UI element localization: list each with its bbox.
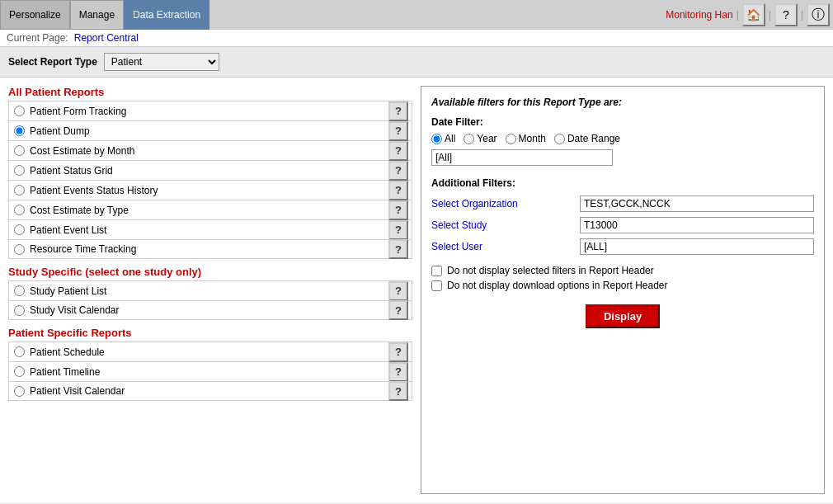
label-cost-estimate-month: Cost Estimate by Month	[30, 145, 388, 157]
report-item-cost-estimate-type: Cost Estimate by Type ?	[8, 200, 412, 219]
study-value[interactable]	[580, 217, 814, 233]
radio-patient-event-list[interactable]	[14, 224, 25, 235]
help-btn-patient-status-grid[interactable]: ?	[388, 161, 408, 181]
left-panel: All Patient Reports Patient Form Trackin…	[8, 86, 412, 494]
radio-cost-estimate-month[interactable]	[14, 145, 25, 156]
radio-patient-events-status-history[interactable]	[14, 185, 25, 195]
breadcrumb-page[interactable]: Report Central	[74, 32, 139, 44]
radio-cost-estimate-type[interactable]	[14, 205, 25, 215]
filter-row-user: Select User	[431, 238, 814, 255]
select-study-link[interactable]: Select Study	[431, 219, 580, 231]
radio-date-range[interactable]	[554, 134, 565, 144]
radio-resource-time-tracking[interactable]	[14, 244, 25, 255]
label-cost-estimate-type: Cost Estimate by Type	[30, 205, 388, 216]
radio-study-patient-list[interactable]	[14, 285, 25, 296]
main-content: All Patient Reports Patient Form Trackin…	[0, 78, 833, 502]
help-btn-patient-visit-calendar[interactable]: ?	[388, 381, 408, 401]
radio-patient-visit-calendar[interactable]	[14, 386, 25, 397]
report-item-patient-events-status-history: Patient Events Status History ?	[8, 180, 412, 200]
separator: |	[737, 9, 739, 21]
additional-filters-label: Additional Filters:	[431, 177, 814, 189]
checkbox-no-display-filters[interactable]	[431, 266, 442, 276]
radio-study-visit-calendar[interactable]	[14, 305, 25, 316]
radio-date-all[interactable]	[431, 134, 442, 144]
report-item-patient-status-grid: Patient Status Grid ?	[8, 160, 412, 180]
label-patient-event-list: Patient Event List	[30, 224, 388, 236]
separator2: |	[769, 9, 771, 21]
label-resource-time-tracking: Resource Time Tracking	[30, 243, 388, 255]
label-patient-timeline: Patient Timeline	[30, 366, 388, 378]
section-all-patient-reports: All Patient Reports Patient Form Trackin…	[8, 86, 412, 259]
top-right-area: Monitoring Han | 🏠 | ? | ⓘ	[666, 3, 833, 26]
radio-patient-schedule[interactable]	[14, 346, 25, 357]
help-btn-study-visit-calendar[interactable]: ?	[388, 300, 408, 320]
help-btn-patient-schedule[interactable]: ?	[388, 342, 408, 362]
radio-daterange-label: Date Range	[554, 133, 620, 144]
report-item-patient-dump: Patient Dump ?	[8, 120, 412, 140]
home-icon-btn[interactable]: 🏠	[742, 3, 765, 26]
label-study-patient-list: Study Patient List	[30, 285, 388, 297]
checkbox-no-display-download[interactable]	[431, 280, 442, 291]
radio-date-month[interactable]	[506, 134, 516, 144]
nav-manage[interactable]: Manage	[70, 0, 124, 30]
radio-all-text: All	[445, 133, 455, 144]
help-btn-patient-dump[interactable]: ?	[388, 121, 408, 141]
report-item-resource-time-tracking: Resource Time Tracking ?	[8, 239, 412, 259]
label-patient-status-grid: Patient Status Grid	[30, 165, 388, 177]
help-btn-resource-time-tracking[interactable]: ?	[388, 239, 408, 259]
report-item-cost-estimate-month: Cost Estimate by Month ?	[8, 140, 412, 160]
filter-row-org: Select Organization	[431, 195, 814, 212]
radio-patient-dump[interactable]	[14, 125, 25, 136]
label-patient-schedule: Patient Schedule	[30, 346, 388, 358]
radio-patient-timeline[interactable]	[14, 366, 25, 377]
select-user-link[interactable]: Select User	[431, 241, 580, 252]
breadcrumb: Current Page: Report Central	[0, 30, 833, 47]
section-title-all-patient: All Patient Reports	[8, 86, 412, 98]
radio-patient-form-tracking[interactable]	[14, 106, 25, 116]
help-btn-cost-estimate-type[interactable]: ?	[388, 200, 408, 220]
report-item-study-visit-calendar: Study Visit Calendar ?	[8, 300, 412, 320]
help-btn-patient-events-status-history[interactable]: ?	[388, 181, 408, 200]
radio-year-label: Year	[464, 133, 497, 144]
section-title-patient-specific: Patient Specific Reports	[8, 327, 412, 339]
breadcrumb-prefix: Current Page:	[7, 32, 68, 44]
radio-year-text: Year	[477, 133, 497, 144]
organization-value[interactable]	[580, 195, 814, 212]
nav-personalize[interactable]: Personalize	[0, 0, 70, 30]
radio-daterange-text: Date Range	[567, 133, 620, 144]
label-patient-events-status-history: Patient Events Status History	[30, 185, 388, 196]
nav-data-extraction[interactable]: Data Extraction	[124, 0, 209, 30]
date-filter-radios: All Year Month Date Range	[431, 133, 814, 144]
checkbox-label-1: Do not display selected filters in Repor…	[447, 265, 654, 276]
section-study-specific: Study Specific (select one study only) S…	[8, 266, 412, 320]
report-type-select[interactable]: Patient Site Study	[104, 53, 219, 71]
user-value[interactable]	[580, 238, 814, 255]
info-icon-btn[interactable]: ⓘ	[807, 3, 830, 26]
label-patient-dump: Patient Dump	[30, 125, 388, 137]
section-patient-specific: Patient Specific Reports Patient Schedul…	[8, 327, 412, 401]
radio-all-label: All	[431, 133, 455, 144]
help-btn-patient-event-list[interactable]: ?	[388, 220, 408, 240]
help-icon-btn[interactable]: ?	[774, 3, 798, 26]
radio-patient-status-grid[interactable]	[14, 165, 25, 176]
label-study-visit-calendar: Study Visit Calendar	[30, 304, 388, 316]
report-item-patient-timeline: Patient Timeline ?	[8, 361, 412, 381]
separator3: |	[801, 9, 803, 21]
help-btn-study-patient-list[interactable]: ?	[388, 281, 408, 301]
user-name: Monitoring Han	[666, 9, 732, 21]
report-item-patient-event-list: Patient Event List ?	[8, 219, 412, 239]
section-title-study-specific: Study Specific (select one study only)	[8, 266, 412, 278]
help-btn-patient-form-tracking[interactable]: ?	[388, 101, 408, 121]
help-btn-cost-estimate-month[interactable]: ?	[388, 141, 408, 161]
select-organization-link[interactable]: Select Organization	[431, 198, 580, 210]
radio-date-year[interactable]	[464, 134, 474, 144]
label-patient-visit-calendar: Patient Visit Calendar	[30, 385, 388, 397]
report-item-study-patient-list: Study Patient List ?	[8, 280, 412, 300]
report-item-patient-schedule: Patient Schedule ?	[8, 341, 412, 361]
filters-title: Available filters for this Report Type a…	[431, 97, 814, 108]
date-filter-text[interactable]	[431, 149, 613, 166]
help-btn-patient-timeline[interactable]: ?	[388, 362, 408, 382]
display-button[interactable]: Display	[586, 304, 660, 328]
report-type-label: Select Report Type	[8, 56, 97, 68]
checkbox-label-2: Do not display download options in Repor…	[447, 280, 668, 291]
